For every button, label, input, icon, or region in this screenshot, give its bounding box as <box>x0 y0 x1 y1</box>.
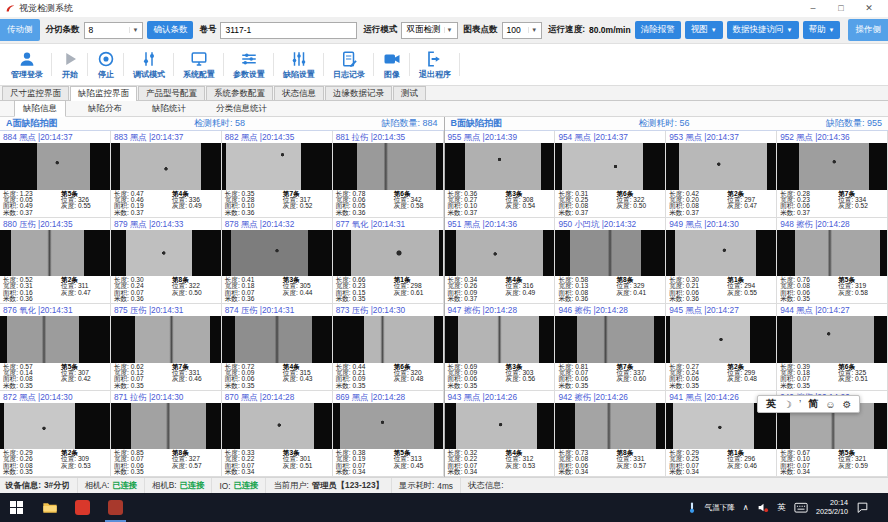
action-button-camera[interactable]: 图像 <box>374 44 410 85</box>
touch-keyboard-icon[interactable] <box>794 502 808 514</box>
defect-image[interactable] <box>666 143 776 190</box>
sub-tab-3[interactable]: 分类信息统计 <box>208 101 275 116</box>
moon-icon[interactable]: ☽ <box>783 399 792 410</box>
main-tab-1[interactable]: 缺陷监控界面 <box>70 86 137 101</box>
defect-image[interactable] <box>555 403 665 450</box>
action-button-stop[interactable]: 停止 <box>88 44 124 85</box>
defect-image[interactable] <box>333 230 443 277</box>
main-tab-2[interactable]: 产品型号配置 <box>138 86 205 100</box>
defect-cell[interactable]: 950 小凹坑 |20:14:32 长度: 0.58宽度: 0.13面积: 0.… <box>555 218 666 305</box>
defect-image[interactable] <box>111 403 221 450</box>
defect-image[interactable] <box>445 230 555 277</box>
defect-cell[interactable]: 946 擦伤 |20:14:28 长度: 0.81宽度: 0.07面积: 0.0… <box>555 304 666 391</box>
defect-image[interactable] <box>777 316 887 363</box>
view-menu-button[interactable]: 视图▼ <box>685 21 723 39</box>
action-button-user[interactable]: 管理登录 <box>2 44 52 85</box>
defect-image[interactable] <box>333 143 443 190</box>
chart-points-select[interactable]: 100 ▼ <box>502 22 543 39</box>
sub-tab-0[interactable]: 缺陷信息 <box>14 100 66 117</box>
defect-image[interactable] <box>222 316 332 363</box>
defect-image[interactable] <box>777 143 887 190</box>
defect-image[interactable] <box>555 316 665 363</box>
defect-cell[interactable]: 879 黑点 |20:14:33 长度: 0.30宽度: 0.24面积: 0.0… <box>111 218 222 305</box>
defect-cell[interactable]: 870 黑点 |20:14:28 长度: 0.33宽度: 0.22面积: 0.0… <box>222 391 333 478</box>
defect-image[interactable] <box>666 230 776 277</box>
defect-cell[interactable]: 874 压伤 |20:14:31 长度: 0.72宽度: 0.09面积: 0.0… <box>222 304 333 391</box>
app-button-detection[interactable] <box>99 493 132 522</box>
roll-number-input[interactable]: 3117-1 <box>220 22 357 39</box>
action-button-play[interactable]: 开始 <box>52 44 88 85</box>
defect-cell[interactable]: 947 擦伤 |20:14:28 长度: 0.69宽度: 0.09面积: 0.0… <box>445 304 556 391</box>
action-button-defect-sliders[interactable]: 缺陷设置 <box>274 44 324 85</box>
thermometer-icon[interactable] <box>687 501 697 514</box>
defect-image[interactable] <box>333 403 443 450</box>
action-button-log[interactable]: 日志记录 <box>324 44 374 85</box>
defect-cell[interactable]: 880 压伤 |20:14:35 长度: 0.52宽度: 0.31面积: 0.1… <box>0 218 111 305</box>
defect-image[interactable] <box>445 403 555 450</box>
slit-count-select[interactable]: 8 ▼ <box>84 22 144 39</box>
defect-cell[interactable]: 952 黑点 |20:14:36 长度: 0.28宽度: 0.23面积: 0.0… <box>777 131 888 218</box>
main-tab-3[interactable]: 系统参数配置 <box>206 86 273 100</box>
defect-cell[interactable]: 869 黑点 |20:14:28 长度: 0.38宽度: 0.19面积: 0.0… <box>333 391 444 478</box>
defect-image[interactable] <box>222 403 332 450</box>
defect-cell[interactable]: 881 拉伤 |20:14:35 长度: 0.78宽度: 0.06面积: 0.0… <box>333 131 444 218</box>
defect-image[interactable] <box>0 403 110 450</box>
defect-image[interactable] <box>555 230 665 277</box>
action-button-system-monitor[interactable]: 系统配置 <box>174 44 224 85</box>
clear-alarm-button[interactable]: 清除报警 <box>635 21 681 39</box>
sub-tab-1[interactable]: 缺陷分布 <box>80 101 130 116</box>
defect-cell[interactable]: 944 黑点 |20:14:27 长度: 0.39宽度: 0.18面积: 0.0… <box>777 304 888 391</box>
close-button[interactable]: ✕ <box>855 0 883 17</box>
defect-cell[interactable]: 955 黑点 |20:14:39 长度: 0.36宽度: 0.27面积: 0.1… <box>445 131 556 218</box>
main-tab-4[interactable]: 状态信息 <box>274 86 324 100</box>
defect-cell[interactable]: 882 黑点 |20:14:35 长度: 0.35宽度: 0.28面积: 0.1… <box>222 131 333 218</box>
file-explorer-button[interactable] <box>33 493 66 522</box>
defect-cell[interactable]: 872 黑点 |20:14:30 长度: 0.29宽度: 0.26面积: 0.0… <box>0 391 111 478</box>
defect-cell[interactable]: 871 拉伤 |20:14:30 长度: 0.85宽度: 0.07面积: 0.0… <box>111 391 222 478</box>
weather-text[interactable]: 气温下降 <box>705 503 735 513</box>
operate-side-button[interactable]: 操作侧 <box>848 19 888 41</box>
apostrophe-key[interactable]: ’ <box>799 399 801 410</box>
action-button-debug-sliders[interactable]: 调试模式 <box>124 44 174 85</box>
sub-tab-2[interactable]: 缺陷统计 <box>144 101 194 116</box>
defect-image[interactable] <box>111 230 221 277</box>
confirm-count-button[interactable]: 确认条数 <box>147 21 193 39</box>
start-button[interactable] <box>0 493 33 522</box>
defect-image[interactable] <box>445 316 555 363</box>
defect-image[interactable] <box>777 230 887 277</box>
defect-image[interactable] <box>445 143 555 190</box>
defect-image[interactable] <box>222 230 332 277</box>
action-button-exit[interactable]: 退出程序 <box>410 44 460 85</box>
defect-image[interactable] <box>222 143 332 190</box>
gear-icon[interactable]: ⚙ <box>842 399 851 410</box>
defect-cell[interactable]: 876 氧化 |20:14:31 长度: 0.57宽度: 0.14面积: 0.0… <box>0 304 111 391</box>
run-mode-select[interactable]: 双面检测 ▼ <box>401 22 457 39</box>
defect-cell[interactable]: 945 黑点 |20:14:27 长度: 0.27宽度: 0.24面积: 0.0… <box>666 304 777 391</box>
defect-cell[interactable]: 943 黑点 |20:14:26 长度: 0.32宽度: 0.22面积: 0.0… <box>445 391 556 478</box>
defect-cell[interactable]: 877 氧化 |20:14:31 长度: 0.66宽度: 0.23面积: 0.1… <box>333 218 444 305</box>
main-tab-5[interactable]: 边缘数据记录 <box>325 86 392 100</box>
defect-cell[interactable]: 949 黑点 |20:14:30 长度: 0.30宽度: 0.21面积: 0.0… <box>666 218 777 305</box>
speaker-icon[interactable] <box>757 501 770 514</box>
defect-image[interactable] <box>111 143 221 190</box>
drive-side-button[interactable]: 传动侧 <box>0 19 40 41</box>
help-menu-button[interactable]: 帮助▼ <box>803 21 841 39</box>
minimize-button[interactable]: – <box>799 0 827 17</box>
ime-lang-toggle[interactable]: 英 <box>766 397 776 411</box>
defect-image[interactable] <box>111 316 221 363</box>
defect-image[interactable] <box>0 316 110 363</box>
notification-center-icon[interactable] <box>856 501 869 514</box>
defect-cell[interactable]: 875 压伤 |20:14:31 长度: 0.62宽度: 0.12面积: 0.0… <box>111 304 222 391</box>
taskbar-clock[interactable]: 20:14 2025/2/10 <box>816 499 848 516</box>
main-tab-0[interactable]: 尺寸监控界面 <box>2 86 69 100</box>
defect-image[interactable] <box>555 143 665 190</box>
app-button-red[interactable] <box>66 493 99 522</box>
defect-cell[interactable]: 942 擦伤 |20:14:26 长度: 0.73宽度: 0.08面积: 0.0… <box>555 391 666 478</box>
defect-cell[interactable]: 878 黑点 |20:14:32 长度: 0.41宽度: 0.18面积: 0.0… <box>222 218 333 305</box>
defect-image[interactable] <box>0 230 110 277</box>
defect-cell[interactable]: 954 黑点 |20:14:37 长度: 0.31宽度: 0.25面积: 0.0… <box>555 131 666 218</box>
emoji-icon[interactable]: ☺ <box>825 399 835 410</box>
data-quick-access-button[interactable]: 数据快捷访问▼ <box>727 21 799 39</box>
defect-cell[interactable]: 883 黑点 |20:14:37 长度: 0.47宽度: 0.46面积: 0.1… <box>111 131 222 218</box>
defect-cell[interactable]: 873 压伤 |20:14:30 长度: 0.44宽度: 0.21面积: 0.0… <box>333 304 444 391</box>
